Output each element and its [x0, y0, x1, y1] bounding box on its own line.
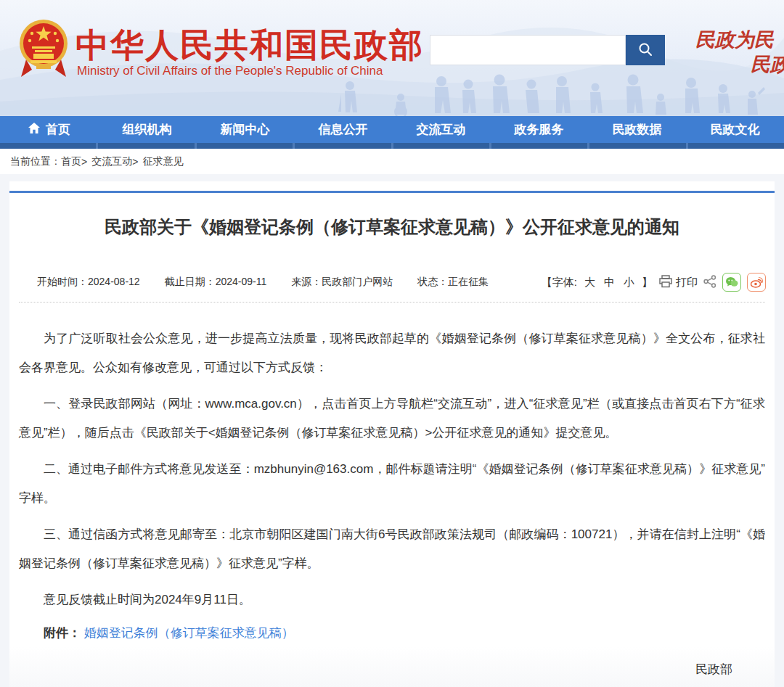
printer-icon — [658, 275, 673, 290]
nav-item-data[interactable]: 民政数据 — [588, 116, 686, 143]
breadcrumb-item-solicitation[interactable]: 征求意见 — [142, 155, 183, 168]
source-label: 来源： — [291, 276, 322, 287]
weibo-share-icon[interactable] — [747, 273, 766, 292]
font-size-medium-button[interactable]: 中 — [603, 276, 616, 289]
breadcrumb-item-interaction[interactable]: 交流互动 — [91, 155, 132, 168]
article-title: 民政部关于《婚姻登记条例（修订草案征求意见稿）》公开征求意见的通知 — [9, 215, 775, 239]
slogan-line-1: 民政为民 — [695, 29, 774, 51]
paragraph-method-website: 一、登录民政部网站（网址：www.mca.gov.cn），点击首页上方导航栏“交… — [19, 390, 765, 448]
main-nav: 首页 组织机构 新闻中心 信息公开 交流互动 政务服务 民政数据 民政文化 — [0, 116, 784, 143]
start-date-label: 开始时间： — [37, 276, 88, 287]
share-icon[interactable] — [703, 275, 716, 290]
search-icon — [637, 41, 653, 59]
attachment-label: 附件： — [44, 626, 81, 640]
status-label: 状态： — [417, 276, 448, 287]
print-label: 打印 — [676, 276, 698, 289]
attachment-link[interactable]: 婚姻登记条例（修订草案征求意见稿） — [84, 626, 294, 640]
search-input[interactable] — [430, 35, 626, 65]
nav-item-label: 新闻中心 — [221, 121, 270, 138]
font-size-large-button[interactable]: 大 — [583, 276, 597, 289]
font-size-small-button[interactable]: 小 — [622, 276, 636, 289]
font-size-bracket-close: 】 — [642, 276, 653, 289]
nav-divider-strip — [0, 143, 784, 149]
font-size-bracket-open: 【字体: — [542, 276, 577, 289]
article-meta-info: 开始时间：2024-08-12 截止日期：2024-09-11 来源：民政部门户… — [37, 276, 489, 289]
paragraph-method-mail: 三、通过信函方式将意见邮寄至：北京市朝阳区建国门南大街6号民政部政策法规司（邮政… — [19, 520, 765, 578]
header-search — [430, 35, 665, 65]
nav-item-interaction[interactable]: 交流互动 — [392, 116, 490, 143]
meta-divider — [19, 302, 765, 303]
nav-item-organization[interactable]: 组织机构 — [98, 116, 196, 143]
article-container: 民政部关于《婚姻登记条例（修订草案征求意见稿）》公开征求意见的通知 开始时间：2… — [9, 181, 775, 687]
page: 中华人民共和国民政部 Ministry of Civil Affairs of … — [0, 0, 784, 687]
nav-item-news[interactable]: 新闻中心 — [196, 116, 294, 143]
start-date-value: 2024-08-12 — [88, 276, 140, 287]
nav-item-label: 组织机构 — [123, 121, 172, 138]
article-body: 为了广泛听取社会公众意见，进一步提高立法质量，现将民政部起草的《婚姻登记条例（修… — [9, 324, 775, 687]
people-silhouettes — [319, 73, 784, 116]
nav-item-home[interactable]: 首页 — [0, 116, 98, 143]
nav-item-services[interactable]: 政务服务 — [490, 116, 588, 143]
nav-item-label: 信息公开 — [319, 121, 368, 138]
nav-item-info-disclosure[interactable]: 信息公开 — [294, 116, 392, 143]
print-button[interactable]: 打印 — [658, 275, 698, 290]
home-icon — [28, 122, 41, 138]
attachment-row: 附件： 婚姻登记条例（修订草案征求意见稿） — [19, 619, 765, 648]
article-signature: 民政部 — [19, 661, 765, 678]
breadcrumb-separator: > — [81, 156, 87, 168]
paragraph-deadline: 意见反馈截止时间为2024年9月11日。 — [19, 585, 765, 614]
status-value: 正在征集 — [448, 276, 489, 287]
breadcrumb-label: 当前位置： — [10, 155, 61, 168]
paragraph-method-email: 二、通过电子邮件方式将意见发送至：mzbhunyin@163.com，邮件标题请… — [19, 455, 765, 513]
nav-item-label: 民政文化 — [711, 121, 760, 138]
end-date-value: 2024-09-11 — [216, 276, 267, 287]
nav-item-culture[interactable]: 民政文化 — [686, 116, 784, 143]
calligraphy-slogan: 民政为民 民政爱民 — [695, 28, 784, 77]
site-title: 中华人民共和国民政部 — [75, 23, 424, 68]
nav-item-label: 首页 — [46, 121, 70, 138]
end-date-label: 截止日期： — [165, 276, 216, 287]
search-button[interactable] — [626, 35, 665, 65]
wechat-share-icon[interactable] — [722, 273, 741, 292]
nav-item-label: 交流互动 — [417, 121, 466, 138]
article-toolbar: 【字体: 大 中 小 】 打印 — [542, 273, 766, 292]
site-header: 中华人民共和国民政部 Ministry of Civil Affairs of … — [0, 0, 784, 116]
breadcrumb-separator: > — [132, 156, 138, 168]
breadcrumb-item-home[interactable]: 首页 — [61, 155, 81, 168]
paragraph-intro: 为了广泛听取社会公众意见，进一步提高立法质量，现将民政部起草的《婚姻登记条例（修… — [19, 324, 765, 382]
content-top-rule — [9, 191, 775, 193]
article-meta-row: 开始时间：2024-08-12 截止日期：2024-09-11 来源：民政部门户… — [37, 273, 766, 292]
source-value: 民政部门户网站 — [322, 276, 393, 287]
breadcrumb: 当前位置： 首页> 交流互动> 征求意见 — [0, 149, 784, 174]
national-emblem-logo[interactable] — [19, 13, 68, 86]
nav-item-label: 政务服务 — [515, 121, 564, 138]
nav-item-label: 民政数据 — [613, 121, 662, 138]
